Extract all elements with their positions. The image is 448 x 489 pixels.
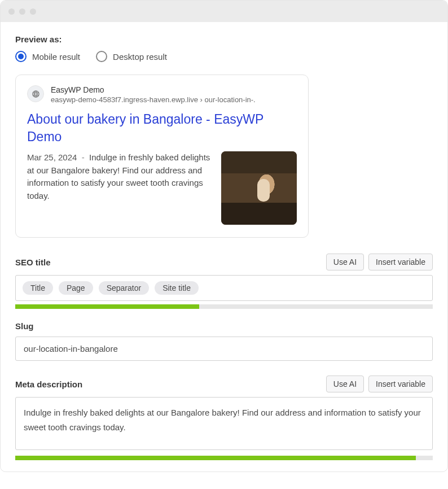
meta-description-input[interactable] — [15, 397, 433, 450]
radio-label: Mobile result — [32, 52, 80, 62]
progress-fill — [15, 456, 416, 460]
slug-label: Slug — [15, 321, 433, 331]
preview-radio-group: Mobile result Desktop result — [15, 51, 433, 62]
preview-header: EasyWP Demo easywp-demo-4583f7.ingress-h… — [27, 85, 297, 104]
slug-input[interactable] — [15, 337, 433, 361]
progress-fill — [15, 304, 199, 309]
radio-mobile-result[interactable]: Mobile result — [15, 51, 80, 62]
radio-icon — [96, 51, 107, 62]
seo-title-input[interactable]: Title Page Separator Site title — [15, 275, 433, 301]
traffic-light-maximize[interactable] — [30, 8, 36, 15]
traffic-light-minimize[interactable] — [19, 8, 25, 15]
radio-desktop-result[interactable]: Desktop result — [96, 51, 167, 62]
preview-as-label: Preview as: — [15, 34, 433, 44]
search-preview-card: EasyWP Demo easywp-demo-4583f7.ingress-h… — [15, 75, 309, 238]
browser-window: Preview as: Mobile result Desktop result… — [0, 0, 448, 472]
seo-title-row: SEO title Use AI Insert variable — [15, 254, 433, 270]
seo-title-label: SEO title — [15, 257, 51, 267]
radio-label: Desktop result — [113, 52, 167, 62]
preview-thumbnail — [221, 151, 297, 225]
preview-url: easywp-demo-4583f7.ingress-haven.ewp.liv… — [51, 95, 256, 104]
preview-dash: - — [80, 152, 90, 162]
preview-body: Mar 25, 2024 - Indulge in freshly baked … — [27, 151, 297, 225]
content-area: Preview as: Mobile result Desktop result… — [1, 22, 447, 471]
title-chip[interactable]: Separator — [99, 281, 149, 295]
browser-chrome — [1, 1, 447, 22]
preview-description: Mar 25, 2024 - Indulge in freshly baked … — [27, 151, 211, 202]
use-ai-button[interactable]: Use AI — [326, 254, 364, 270]
meta-desc-label: Meta description — [15, 379, 82, 389]
radio-icon — [15, 51, 27, 62]
meta-desc-actions: Use AI Insert variable — [326, 376, 433, 392]
preview-header-text: EasyWP Demo easywp-demo-4583f7.ingress-h… — [51, 85, 256, 104]
title-chip[interactable]: Site title — [155, 281, 199, 295]
traffic-light-close[interactable] — [8, 8, 15, 15]
insert-variable-button[interactable]: Insert variable — [368, 376, 433, 392]
preview-date: Mar 25, 2024 — [27, 152, 77, 162]
traffic-lights — [8, 8, 36, 15]
seo-title-progress — [15, 304, 433, 309]
slug-block: Slug — [15, 321, 433, 361]
insert-variable-button[interactable]: Insert variable — [368, 254, 433, 270]
seo-title-actions: Use AI Insert variable — [326, 254, 433, 270]
preview-title: About our bakery in Bangalore - EasyWP D… — [27, 111, 297, 146]
title-chip[interactable]: Title — [23, 281, 53, 295]
meta-desc-row: Meta description Use AI Insert variable — [15, 376, 433, 392]
meta-desc-progress — [15, 456, 433, 460]
use-ai-button[interactable]: Use AI — [326, 376, 364, 392]
globe-icon — [27, 85, 44, 102]
preview-site-name: EasyWP Demo — [51, 85, 256, 94]
title-chip[interactable]: Page — [59, 281, 93, 295]
